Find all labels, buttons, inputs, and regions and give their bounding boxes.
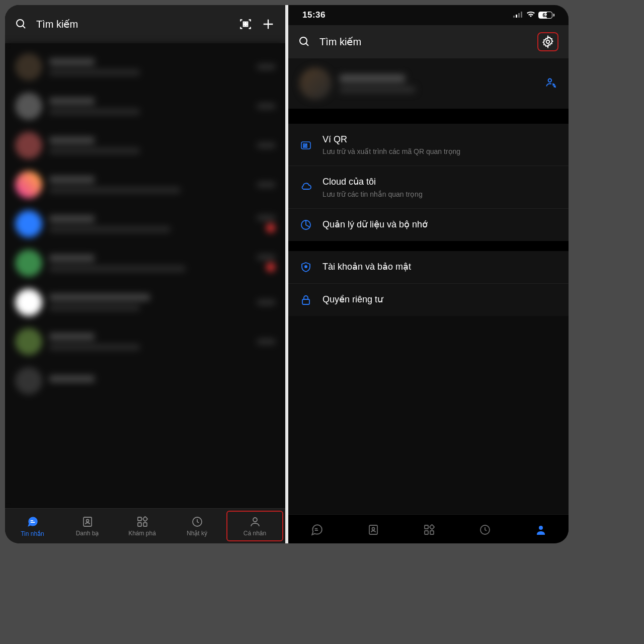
svg-rect-4 xyxy=(244,25,245,26)
menu-data-storage[interactable]: Quản lý dữ liệu và bộ nhớ xyxy=(288,209,569,241)
svg-rect-16 xyxy=(513,16,515,18)
menu-qr-wallet[interactable]: Ví QR Lưu trữ và xuất trình các mã QR qu… xyxy=(288,124,569,166)
svg-rect-10 xyxy=(138,517,141,521)
side-by-side-screens: Tìm kiếm Tin nhắn xyxy=(5,5,569,543)
svg-rect-5 xyxy=(246,25,248,26)
profile-card[interactable] xyxy=(288,58,569,109)
svg-rect-18 xyxy=(518,13,520,18)
tab-profile[interactable]: Cá nhân xyxy=(226,511,283,541)
tab-label: Cá nhân xyxy=(244,530,266,537)
svg-point-30 xyxy=(305,266,307,268)
svg-rect-24 xyxy=(301,142,310,149)
svg-rect-31 xyxy=(302,299,309,304)
chat-row[interactable] xyxy=(5,87,285,126)
tab-messages[interactable] xyxy=(310,523,324,538)
svg-rect-26 xyxy=(306,144,307,145)
chat-row[interactable] xyxy=(5,244,285,283)
header-bar: Tìm kiếm xyxy=(5,5,285,43)
avatar xyxy=(299,67,332,100)
svg-point-0 xyxy=(17,20,24,27)
svg-rect-12 xyxy=(143,523,147,526)
svg-rect-11 xyxy=(138,523,141,526)
tab-label: Danh bạ xyxy=(76,530,99,537)
gear-icon xyxy=(541,35,554,48)
svg-rect-28 xyxy=(305,146,307,147)
status-bar: 15:36 62 xyxy=(288,5,569,25)
chat-row[interactable] xyxy=(5,47,285,87)
svg-point-22 xyxy=(546,40,550,44)
bottom-tabbar: Tin nhắn Danh bạ Khám phá Nhật ký Cá nhâ… xyxy=(5,508,285,543)
cellular-icon xyxy=(513,10,523,20)
chat-row[interactable] xyxy=(5,204,285,244)
svg-line-1 xyxy=(23,26,25,28)
tab-discover[interactable]: Khám phá xyxy=(115,509,170,543)
shield-icon xyxy=(299,261,312,273)
svg-rect-34 xyxy=(425,525,428,529)
svg-point-23 xyxy=(548,78,552,82)
search-placeholder[interactable]: Tìm kiếm xyxy=(319,36,528,48)
svg-rect-13 xyxy=(142,516,147,521)
lock-icon xyxy=(299,294,312,306)
bottom-tabbar xyxy=(288,514,569,543)
screen-left-messages: Tìm kiếm Tin nhắn xyxy=(5,5,285,543)
menu-privacy[interactable]: Quyền riêng tư xyxy=(288,284,569,316)
svg-rect-3 xyxy=(246,22,248,24)
tab-label: Nhật ký xyxy=(187,530,207,537)
svg-point-15 xyxy=(253,518,257,522)
qr-wallet-icon xyxy=(299,139,312,151)
menu-account-security[interactable]: Tài khoản và bảo mật xyxy=(288,251,569,284)
svg-point-20 xyxy=(300,37,307,44)
svg-rect-17 xyxy=(516,15,517,18)
chat-row[interactable] xyxy=(5,165,285,204)
tab-contacts[interactable]: Danh bạ xyxy=(60,509,115,543)
svg-rect-37 xyxy=(429,524,434,529)
qr-scan-icon[interactable] xyxy=(239,18,252,31)
svg-rect-35 xyxy=(425,531,428,534)
tab-profile[interactable] xyxy=(535,524,547,538)
screen-right-profile: 15:36 62 Tìm kiếm xyxy=(288,5,569,543)
chat-row[interactable] xyxy=(5,361,285,400)
chat-row[interactable] xyxy=(5,283,285,322)
tab-timeline[interactable] xyxy=(479,524,491,538)
battery-indicator: 62 xyxy=(538,12,554,19)
tab-contacts[interactable] xyxy=(367,524,379,538)
svg-rect-25 xyxy=(303,144,305,145)
chat-row[interactable] xyxy=(5,126,285,165)
search-icon[interactable] xyxy=(298,36,310,48)
pie-chart-icon xyxy=(299,219,312,231)
svg-point-9 xyxy=(86,519,89,522)
menu-section-1: Ví QR Lưu trữ và xuất trình các mã QR qu… xyxy=(288,124,569,241)
tab-label: Khám phá xyxy=(128,530,156,537)
svg-rect-27 xyxy=(303,146,304,147)
chat-row[interactable] xyxy=(5,322,285,361)
tab-discover[interactable] xyxy=(423,524,435,538)
tab-timeline[interactable]: Nhật ký xyxy=(170,509,224,543)
header-bar: Tìm kiếm xyxy=(288,25,569,58)
tab-messages[interactable]: Tin nhắn xyxy=(5,509,60,543)
menu-my-cloud[interactable]: Cloud của tôi Lưu trữ các tin nhắn quan … xyxy=(288,166,569,208)
search-placeholder[interactable]: Tìm kiếm xyxy=(36,18,230,30)
svg-point-33 xyxy=(372,527,374,530)
svg-rect-36 xyxy=(430,531,434,534)
tab-label: Tin nhắn xyxy=(21,530,44,537)
cloud-icon xyxy=(299,181,312,193)
conversation-list-blurred xyxy=(5,43,285,508)
status-time: 15:36 xyxy=(302,10,326,20)
search-icon[interactable] xyxy=(15,18,27,30)
settings-button-highlighted[interactable] xyxy=(537,32,558,51)
wifi-icon xyxy=(526,10,535,20)
switch-account-icon[interactable] xyxy=(544,76,557,91)
svg-point-39 xyxy=(539,526,543,530)
add-icon[interactable] xyxy=(261,17,275,31)
svg-line-21 xyxy=(306,43,308,46)
svg-rect-19 xyxy=(521,12,522,18)
svg-rect-2 xyxy=(244,22,245,24)
menu-section-2: Tài khoản và bảo mật Quyền riêng tư xyxy=(288,251,569,316)
